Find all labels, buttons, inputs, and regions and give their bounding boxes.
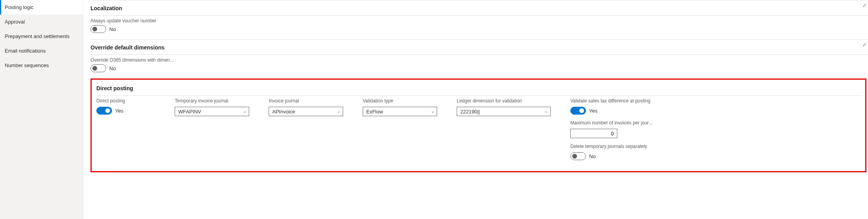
sidebar-item-label: Number sequences <box>5 62 49 68</box>
max-invoices-input[interactable] <box>570 129 617 138</box>
invoice-journal-value: APInvoice <box>272 109 295 115</box>
validate-tax-label: Validate sales tax difference at posting <box>570 98 672 104</box>
section-localization: Localization ⤢ Always update voucher num… <box>90 0 868 39</box>
expand-icon[interactable]: ⤢ <box>861 3 868 10</box>
field-direct-posting: Direct posting Yes <box>96 98 155 115</box>
field-invoice-journal: Invoice journal APInvoice ⌄ <box>269 98 343 116</box>
sidebar-item-email-notifications[interactable]: Email notifications <box>0 44 83 58</box>
section-title-direct-posting: Direct posting <box>96 84 863 95</box>
field-delete-temp: Delete temporary journals separately No <box>570 144 672 160</box>
direct-posting-label: Direct posting <box>96 98 155 104</box>
delete-temp-toggle[interactable] <box>570 152 586 160</box>
field-validation-type: Validation type ExFlow ⌄ <box>363 98 437 116</box>
invoice-journal-select[interactable]: APInvoice ⌄ <box>269 107 343 116</box>
field-group-right: Validate sales tax difference at posting… <box>570 98 672 160</box>
field-ledger-dimension: Ledger dimension for validation 222190||… <box>457 98 551 116</box>
chevron-down-icon: ⌄ <box>337 109 340 114</box>
field-validate-tax: Validate sales tax difference at posting… <box>570 98 672 115</box>
override-dims-toggle[interactable] <box>90 64 106 72</box>
sidebar-item-label: Email notifications <box>5 48 46 54</box>
validation-type-label: Validation type <box>363 98 437 104</box>
sidebar-item-posting-logic[interactable]: Posting logic <box>0 0 83 15</box>
highlight-box: Direct posting Direct posting Yes Tempor… <box>90 78 866 172</box>
section-body-direct-posting: Direct posting Yes Temporary invoice jou… <box>96 95 863 160</box>
ledger-dimension-label: Ledger dimension for validation <box>457 98 551 104</box>
section-direct-posting: Direct posting Direct posting Yes Tempor… <box>96 84 863 166</box>
section-title-override: Override default dimensions <box>90 43 868 55</box>
temp-journal-value: WFAPINV <box>178 109 201 115</box>
max-invoices-label: Maximum number of invoices per jour... <box>570 120 672 126</box>
update-voucher-value: No <box>109 26 116 32</box>
override-dims-label: Override D365 dimensions with dimen... <box>90 57 868 63</box>
temp-journal-select[interactable]: WFAPINV ⌄ <box>175 107 249 116</box>
delete-temp-value: No <box>589 153 596 159</box>
sidebar-item-label: Prepayment and settlements <box>5 33 69 39</box>
sidebar-item-label: Posting logic <box>5 4 34 10</box>
update-voucher-toggle[interactable] <box>90 25 106 33</box>
sidebar-item-prepayment[interactable]: Prepayment and settlements <box>0 29 83 44</box>
sidebar-item-label: Approval <box>5 19 25 25</box>
sidebar-item-number-sequences[interactable]: Number sequences <box>0 58 83 73</box>
sidebar-item-approval[interactable]: Approval <box>0 15 83 29</box>
section-title-localization: Localization <box>90 4 868 15</box>
chevron-down-icon: ⌄ <box>544 109 548 114</box>
direct-posting-value: Yes <box>115 108 123 114</box>
ledger-dimension-select[interactable]: 222190|| ⌄ <box>457 107 551 116</box>
delete-temp-label: Delete temporary journals separately <box>570 144 672 149</box>
sidebar: Posting logic Approval Prepayment and se… <box>0 0 83 219</box>
ledger-dimension-value: 222190|| <box>460 109 480 115</box>
main-content: Localization ⤢ Always update voucher num… <box>83 0 868 219</box>
field-temp-journal: Temporary invoice journal WFAPINV ⌄ <box>175 98 249 116</box>
chevron-down-icon: ⌄ <box>243 109 246 114</box>
validate-tax-toggle[interactable] <box>570 107 586 115</box>
validate-tax-value: Yes <box>589 108 597 114</box>
validation-type-value: ExFlow <box>366 109 383 115</box>
expand-icon[interactable]: ⤢ <box>861 42 868 49</box>
override-dims-value: No <box>109 66 116 71</box>
temp-journal-label: Temporary invoice journal <box>175 98 249 104</box>
chevron-down-icon: ⌄ <box>431 109 434 114</box>
section-body-override: Override D365 dimensions with dimen... N… <box>90 55 868 72</box>
invoice-journal-label: Invoice journal <box>269 98 343 104</box>
validation-type-select[interactable]: ExFlow ⌄ <box>363 107 437 116</box>
section-override-dimensions: Override default dimensions ⤢ Override D… <box>90 39 868 78</box>
field-max-invoices: Maximum number of invoices per jour... <box>570 120 672 138</box>
section-body-localization: Always update voucher number No <box>90 15 868 33</box>
direct-posting-toggle[interactable] <box>96 107 112 115</box>
update-voucher-label: Always update voucher number <box>90 18 868 24</box>
